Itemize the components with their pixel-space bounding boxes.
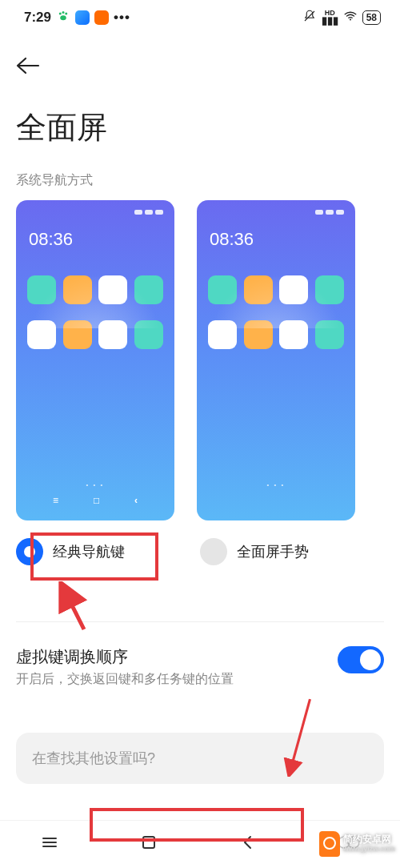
search-placeholder: 在查找其他设置吗?	[32, 749, 155, 768]
nav-previews: 08:36 • • • ≡□‹ 08:36 • • • ≡□‹	[0, 200, 400, 520]
signal-icon: HD▮▮▮	[322, 10, 338, 26]
watermark-url: www.jylzw.com	[343, 846, 395, 854]
watermark-logo-icon	[319, 831, 340, 857]
page-title: 全面屏	[0, 86, 400, 156]
watermark: 简约安卓网 www.jylzw.com	[319, 831, 395, 857]
option-gesture-nav[interactable]: 全面屏手势	[200, 538, 384, 565]
toggle-title: 虚拟键调换顺序	[16, 646, 234, 668]
annotation-arrow-icon	[52, 581, 100, 641]
recents-button[interactable]	[40, 833, 59, 857]
annotation-highlight-box	[30, 532, 158, 581]
mute-icon	[302, 9, 317, 27]
app-chip-icon	[75, 10, 90, 25]
annotation-arrow-icon	[268, 697, 332, 780]
preview-gesture-nav[interactable]: 08:36 • • • ≡□‹	[197, 200, 355, 520]
swap-keys-toggle[interactable]	[338, 646, 384, 673]
watermark-name: 简约安卓网	[343, 834, 395, 845]
svg-point-1	[62, 11, 65, 14]
svg-point-3	[60, 15, 66, 20]
paw-icon	[56, 9, 70, 27]
wifi-icon	[343, 9, 358, 27]
header	[0, 35, 400, 86]
option-label: 全面屏手势	[237, 542, 309, 561]
svg-point-5	[350, 18, 351, 20]
section-label: 系统导航方式	[0, 156, 400, 200]
toggle-subtitle: 开启后，交换返回键和多任务键的位置	[16, 671, 234, 688]
mi-chip-icon	[94, 10, 109, 25]
status-bar-left: 7:29 •••	[24, 9, 130, 27]
status-bar-right: HD▮▮▮ 58	[302, 9, 381, 27]
status-bar: 7:29 ••• HD▮▮▮ 58	[0, 0, 400, 35]
back-icon: ‹	[134, 495, 138, 506]
more-icon: •••	[114, 10, 130, 26]
radio-unselected-icon	[200, 538, 227, 565]
status-time: 7:29	[24, 10, 51, 26]
svg-point-2	[65, 12, 67, 14]
battery-icon: 58	[362, 10, 381, 25]
recents-icon: ≡	[53, 495, 58, 506]
preview-time: 08:36	[208, 218, 344, 263]
preview-navbar: ≡□‹	[27, 488, 163, 512]
annotation-highlight-box	[90, 808, 304, 842]
preview-time: 08:36	[27, 218, 163, 263]
preview-classic-nav[interactable]: 08:36 • • • ≡□‹	[16, 200, 174, 520]
back-button[interactable]	[16, 54, 40, 79]
svg-point-0	[59, 12, 62, 14]
home-icon: □	[94, 495, 99, 506]
